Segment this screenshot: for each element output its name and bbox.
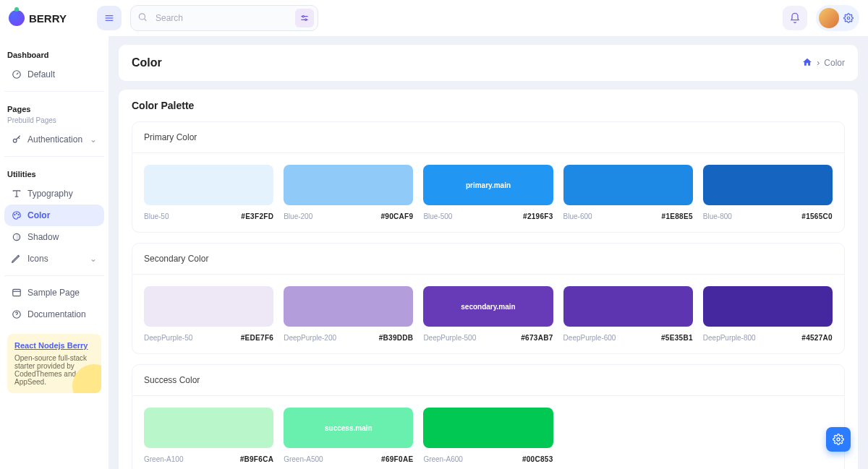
svg-point-12 bbox=[14, 215, 15, 215]
settings-fab[interactable] bbox=[826, 427, 851, 452]
search-input[interactable] bbox=[130, 5, 318, 31]
search-icon bbox=[137, 12, 148, 25]
main-content: Color › Color Color Palette Primary Colo… bbox=[109, 36, 868, 469]
swatch-box bbox=[144, 408, 273, 448]
swatch-box: success.main bbox=[284, 408, 413, 448]
window-icon bbox=[12, 288, 22, 298]
swatch-box: primary.main bbox=[423, 165, 553, 205]
swatch-name: Green-A100 bbox=[144, 455, 183, 463]
nav-label: Shadow bbox=[27, 232, 59, 242]
swatch-name: DeepPurple-500 bbox=[423, 334, 476, 342]
color-group-title: Primary Color bbox=[132, 122, 844, 153]
color-group: Primary ColorBlue-50#E3F2FDBlue-200#90CA… bbox=[132, 121, 845, 233]
swatch-name: Green-A500 bbox=[284, 455, 323, 463]
svg-point-7 bbox=[302, 16, 304, 17]
color-group: Secondary ColorDeepPurple-50#EDE7F6DeepP… bbox=[132, 243, 845, 354]
swatch-hex: #B9F6CA bbox=[240, 455, 274, 463]
color-swatch[interactable]: DeepPurple-600#5E35B1 bbox=[563, 286, 693, 342]
swatch-box: secondary.main bbox=[423, 286, 553, 327]
profile-menu-button[interactable] bbox=[816, 5, 859, 31]
swatch-hex: #90CAF9 bbox=[380, 212, 413, 220]
swatch-hex: #673AB7 bbox=[521, 334, 553, 342]
color-swatch[interactable]: Blue-200#90CAF9 bbox=[284, 165, 413, 220]
svg-line-4 bbox=[145, 19, 147, 21]
swatch-box bbox=[703, 165, 833, 205]
swatch-hex: #69F0AE bbox=[381, 455, 413, 463]
swatch-name: Blue-50 bbox=[144, 212, 169, 220]
section-pages-sub: Prebuild Pages bbox=[7, 116, 101, 124]
nav-authentication[interactable]: Authentication ⌄ bbox=[4, 129, 104, 150]
color-swatch[interactable]: Blue-50#E3F2FD bbox=[144, 165, 273, 220]
topbar: BERRY bbox=[0, 0, 868, 36]
breadcrumb: › Color bbox=[802, 57, 845, 69]
nav-label: Documentation bbox=[27, 309, 86, 319]
color-swatch[interactable]: secondary.mainDeepPurple-500#673AB7 bbox=[423, 286, 553, 342]
swatch-hex: #B39DDB bbox=[379, 334, 414, 342]
help-icon bbox=[12, 309, 22, 319]
nav-label: Typography bbox=[27, 189, 73, 199]
breadcrumb-current: Color bbox=[824, 58, 845, 68]
color-swatch[interactable]: DeepPurple-200#B39DDB bbox=[284, 286, 413, 342]
color-swatch[interactable]: Blue-800#1565C0 bbox=[703, 165, 833, 220]
notifications-button[interactable] bbox=[783, 6, 807, 30]
swatch-name: DeepPurple-50 bbox=[144, 334, 192, 342]
logo[interactable]: BERRY bbox=[9, 10, 88, 26]
swatch-name: DeepPurple-600 bbox=[563, 334, 616, 342]
color-swatch[interactable]: primary.mainBlue-500#2196F3 bbox=[423, 165, 553, 220]
color-swatch[interactable]: DeepPurple-50#EDE7F6 bbox=[144, 286, 273, 342]
home-icon[interactable] bbox=[802, 57, 812, 69]
section-pages: Pages bbox=[7, 105, 101, 113]
color-group: Success ColorGreen-A100#B9F6CAsuccess.ma… bbox=[132, 364, 845, 469]
nav-label: Authentication bbox=[27, 134, 82, 145]
nav-shadow[interactable]: Shadow bbox=[4, 226, 104, 248]
swatch-box bbox=[563, 165, 693, 205]
palette-card: Color Palette Primary ColorBlue-50#E3F2F… bbox=[119, 90, 858, 469]
swatch-hex: #EDE7F6 bbox=[241, 334, 273, 342]
nav-label: Color bbox=[27, 210, 50, 220]
svg-point-13 bbox=[16, 213, 17, 214]
color-group-title: Secondary Color bbox=[132, 244, 844, 275]
svg-point-8 bbox=[305, 19, 307, 20]
promo-card: React Nodejs Berry Open-source full-stac… bbox=[7, 334, 101, 393]
svg-rect-16 bbox=[13, 289, 21, 296]
menu-toggle-button[interactable] bbox=[97, 6, 122, 30]
nav-default[interactable]: Default bbox=[4, 64, 104, 85]
nav-color[interactable]: Color bbox=[4, 205, 104, 226]
swatch-box bbox=[703, 286, 833, 327]
color-group-title: Success Color bbox=[132, 365, 844, 396]
chevron-down-icon: ⌄ bbox=[90, 134, 97, 145]
color-swatch[interactable]: success.mainGreen-A500#69F0AE bbox=[284, 408, 413, 463]
swatch-hex: #1E88E5 bbox=[662, 212, 693, 220]
promo-link[interactable]: React Nodejs Berry bbox=[14, 341, 94, 350]
swatch-name: Blue-500 bbox=[423, 212, 452, 220]
color-swatch[interactable]: Blue-600#1E88E5 bbox=[563, 165, 693, 220]
swatch-name: Blue-800 bbox=[703, 212, 732, 220]
swatch-name: Blue-200 bbox=[284, 212, 312, 220]
nav-label: Icons bbox=[27, 254, 48, 264]
shadow-icon bbox=[12, 232, 22, 242]
nav-typography[interactable]: Typography bbox=[4, 183, 104, 205]
nav-sample-page[interactable]: Sample Page bbox=[4, 282, 104, 304]
swatch-hex: #4527A0 bbox=[801, 334, 833, 342]
berry-logo-icon bbox=[9, 10, 25, 26]
type-icon bbox=[12, 189, 22, 199]
nav-label: Sample Page bbox=[27, 288, 80, 298]
palette-icon bbox=[12, 210, 22, 220]
color-swatch[interactable]: DeepPurple-800#4527A0 bbox=[703, 286, 833, 342]
speed-icon bbox=[12, 69, 22, 79]
nav-documentation[interactable]: Documentation bbox=[4, 304, 104, 325]
swatch-box bbox=[284, 165, 413, 205]
swatch-box bbox=[284, 286, 413, 327]
svg-point-9 bbox=[847, 17, 850, 20]
color-swatch[interactable]: Green-A600#00C853 bbox=[423, 408, 553, 463]
swatch-box bbox=[423, 408, 553, 448]
search-wrap bbox=[130, 5, 318, 31]
section-utilities: Utilities bbox=[7, 170, 101, 178]
gear-icon bbox=[833, 434, 844, 445]
color-swatch[interactable]: Green-A100#B9F6CA bbox=[144, 408, 273, 463]
swatch-hex: #00C853 bbox=[522, 455, 553, 463]
nav-icons[interactable]: Icons ⌄ bbox=[4, 248, 104, 270]
nav-label: Default bbox=[27, 69, 55, 79]
search-filter-button[interactable] bbox=[295, 9, 314, 27]
svg-point-3 bbox=[139, 14, 145, 20]
